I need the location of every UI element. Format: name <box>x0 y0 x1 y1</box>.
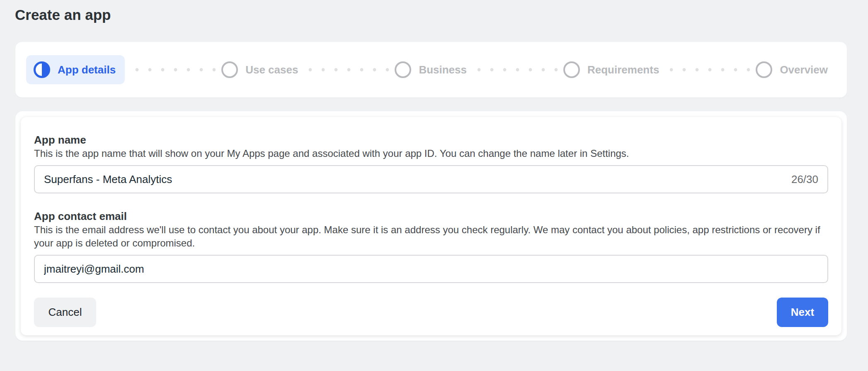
step-label: Overview <box>780 63 828 76</box>
form-card: App name This is the app name that will … <box>15 111 847 341</box>
stepper-step-app-details: App details <box>26 55 125 84</box>
form-card-inner: App name This is the app name that will … <box>21 117 841 335</box>
contact-email-label: App contact email <box>34 210 828 222</box>
stepper-dots-separator <box>665 68 750 72</box>
stepper-dots-separator <box>473 68 558 72</box>
char-counter: 26/30 <box>791 173 818 186</box>
empty-circle-icon <box>563 61 580 78</box>
stepper-dots-separator <box>131 68 216 72</box>
app-name-label: App name <box>34 134 828 146</box>
contact-email-field <box>34 255 828 283</box>
app-name-description: This is the app name that will show on y… <box>34 147 828 160</box>
app-name-field: 26/30 <box>34 165 828 193</box>
stepper-dots-separator <box>304 68 389 72</box>
page-title: Create an app <box>0 0 868 24</box>
empty-circle-icon <box>395 61 411 78</box>
half-filled-circle-icon <box>34 61 50 78</box>
stepper-step-requirements: Requirements <box>563 61 659 78</box>
step-label: App details <box>58 63 116 76</box>
app-name-section: App name This is the app name that will … <box>34 134 828 193</box>
next-button[interactable]: Next <box>777 298 828 327</box>
step-label: Use cases <box>245 63 298 76</box>
step-label: Requirements <box>587 63 659 76</box>
stepper: App details Use cases Business Requireme… <box>15 42 847 98</box>
contact-email-section: App contact email This is the email addr… <box>34 210 828 283</box>
create-app-page: Create an app App details Use cases Busi… <box>0 0 868 371</box>
empty-circle-icon <box>221 61 238 78</box>
step-label: Business <box>419 63 467 76</box>
form-actions: Cancel Next <box>34 298 828 327</box>
stepper-step-use-cases: Use cases <box>221 61 298 78</box>
stepper-step-overview: Overview <box>756 61 828 78</box>
empty-circle-icon <box>756 61 772 78</box>
stepper-step-business: Business <box>395 61 467 78</box>
app-name-input[interactable] <box>44 173 785 186</box>
cancel-button[interactable]: Cancel <box>34 298 96 327</box>
contact-email-description: This is the email address we'll use to c… <box>34 223 828 250</box>
contact-email-input[interactable] <box>44 263 818 276</box>
